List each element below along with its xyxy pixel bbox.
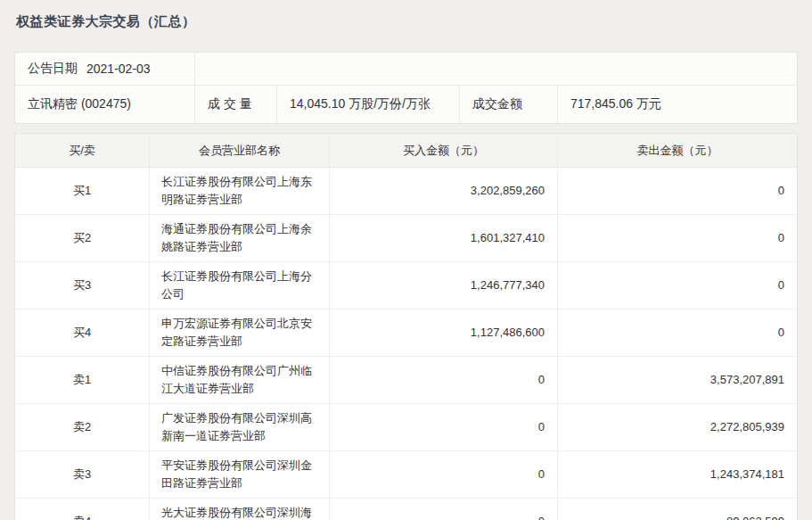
column-header-side: 买/卖 — [15, 134, 150, 167]
column-header-sell-amount: 卖出金额（元） — [558, 134, 797, 167]
stock-name-code: 立讯精密 (002475) — [15, 86, 195, 123]
table-body: 买1 长江证券股份有限公司上海东明路证券营业部 3,202,859,260 0 … — [15, 168, 797, 520]
row-side-label: 卖1 — [15, 357, 150, 403]
row-sell-amount: 1,243,374,181 — [558, 451, 797, 498]
table-row: 卖3 平安证券股份有限公司深圳金田路证券营业部 0 1,243,374,181 — [15, 451, 797, 499]
row-buy-amount: 3,202,859,260 — [330, 168, 558, 214]
table-row: 卖4 光大证券股份有限公司深圳海秀路证券营业部 0 89,062,599 — [15, 499, 797, 520]
branch-trade-table: 买/卖 会员营业部名称 买入金额（元） 卖出金额（元） 买1 长江证券股份有限公… — [14, 133, 798, 520]
row-sell-amount: 0 — [558, 215, 797, 261]
table-row: 卖2 广发证券股份有限公司深圳高新南一道证券营业部 0 2,272,805,93… — [15, 404, 797, 451]
table-row: 买1 长江证券股份有限公司上海东明路证券营业部 3,202,859,260 0 — [15, 168, 797, 215]
page-title: 权益类证券大宗交易（汇总） — [0, 0, 812, 30]
table-row: 买4 申万宏源证券有限公司北京安定路证券营业部 1,127,486,600 0 — [15, 310, 797, 357]
row-side-label: 买4 — [15, 310, 150, 356]
column-header-branch: 会员营业部名称 — [150, 134, 330, 167]
row-side-label: 买1 — [15, 168, 150, 214]
row-side-label: 卖4 — [15, 499, 150, 520]
row-sell-amount: 89,062,599 — [558, 499, 797, 520]
announce-date-label: 公告日期 — [28, 61, 78, 77]
row-side-label: 卖2 — [15, 404, 150, 450]
table-header-row: 买/卖 会员营业部名称 买入金额（元） 卖出金额（元） — [15, 134, 797, 168]
stock-summary-row: 立讯精密 (002475) 成 交 量 14,045.10 万股/万份/万张 成… — [15, 86, 797, 123]
row-side-label: 买2 — [15, 215, 150, 261]
announce-date-row: 公告日期 2021-02-03 — [15, 53, 797, 86]
turnover-label: 成交金额 — [460, 86, 558, 123]
row-branch-name: 海通证券股份有限公司上海余姚路证券营业部 — [150, 215, 330, 261]
volume-value: 14,045.10 万股/万份/万张 — [277, 86, 460, 123]
row-side-label: 卖3 — [15, 451, 150, 498]
row-sell-amount: 0 — [558, 262, 797, 309]
row-sell-amount: 0 — [558, 168, 797, 214]
announce-date-cell: 公告日期 2021-02-03 — [15, 53, 195, 85]
row-branch-name: 光大证券股份有限公司深圳海秀路证券营业部 — [150, 499, 330, 520]
column-header-buy-amount: 买入金额（元） — [330, 134, 558, 167]
table-row: 买3 长江证券股份有限公司上海分公司 1,246,777,340 0 — [15, 262, 797, 310]
row-buy-amount: 1,127,486,600 — [330, 310, 558, 356]
row-branch-name: 中信证券股份有限公司广州临江大道证券营业部 — [150, 357, 330, 403]
table-row: 卖1 中信证券股份有限公司广州临江大道证券营业部 0 3,573,207,891 — [15, 357, 797, 404]
row-buy-amount: 1,601,327,410 — [330, 215, 558, 261]
row-branch-name: 平安证券股份有限公司深圳金田路证券营业部 — [150, 451, 330, 498]
row-sell-amount: 0 — [558, 310, 797, 356]
announce-date-value: 2021-02-03 — [86, 62, 151, 76]
table-row: 买2 海通证券股份有限公司上海余姚路证券营业部 1,601,327,410 0 — [15, 215, 797, 262]
row-buy-amount: 0 — [330, 451, 558, 498]
row-branch-name: 广发证券股份有限公司深圳高新南一道证券营业部 — [150, 404, 330, 450]
row-buy-amount: 0 — [330, 404, 558, 450]
row-sell-amount: 2,272,805,939 — [558, 404, 797, 450]
summary-panel: 公告日期 2021-02-03 立讯精密 (002475) 成 交 量 14,0… — [14, 52, 798, 124]
announce-date-row-spacer — [195, 53, 797, 85]
row-buy-amount: 1,246,777,340 — [330, 262, 558, 309]
row-buy-amount: 0 — [330, 499, 558, 520]
block-trade-report-page: 权益类证券大宗交易（汇总） 公告日期 2021-02-03 立讯精密 (0024… — [0, 0, 812, 520]
row-branch-name: 长江证券股份有限公司上海分公司 — [150, 262, 330, 309]
row-branch-name: 申万宏源证券有限公司北京安定路证券营业部 — [150, 310, 330, 356]
row-side-label: 买3 — [15, 262, 150, 309]
row-branch-name: 长江证券股份有限公司上海东明路证券营业部 — [150, 168, 330, 214]
volume-label: 成 交 量 — [195, 86, 277, 123]
row-buy-amount: 0 — [330, 357, 558, 403]
turnover-value: 717,845.06 万元 — [558, 86, 797, 123]
row-sell-amount: 3,573,207,891 — [558, 357, 797, 403]
